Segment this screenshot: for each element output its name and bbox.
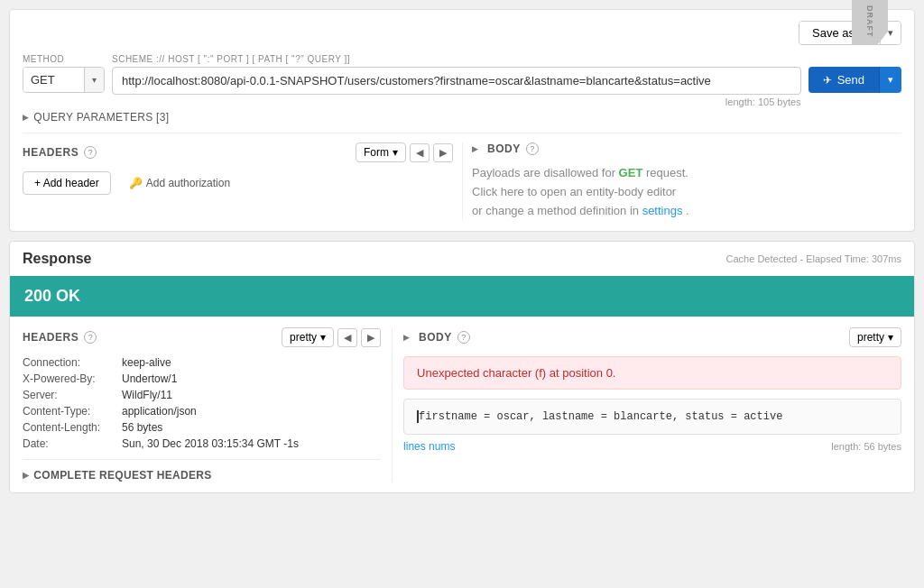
body-msg-3: or change a method definition in: [472, 204, 639, 217]
body-section-header: ▶ BODY ?: [472, 142, 901, 155]
body-info-icon[interactable]: ?: [526, 142, 539, 155]
response-header-item: Connection:keep-alive: [23, 356, 381, 369]
headers-section-header: HEADERS ? Form ▾ ◀ ▶: [23, 142, 453, 162]
send-icon: ✈: [823, 74, 832, 87]
resp-headers-prev-arrow[interactable]: ◀: [337, 328, 357, 347]
headers-info-icon[interactable]: ?: [84, 146, 97, 159]
settings-link[interactable]: settings: [642, 204, 683, 217]
url-input[interactable]: [112, 67, 801, 95]
resp-body-info-icon[interactable]: ?: [457, 331, 470, 344]
resp-header-key: Server:: [23, 389, 122, 401]
response-error-box: Unexpected character (f) at position 0.: [403, 356, 901, 390]
draft-watermark: DRAFT: [852, 0, 888, 45]
resp-headers-body-row: HEADERS ? pretty ▾ ◀ ▶ Conn: [23, 327, 901, 482]
response-content: HEADERS ? pretty ▾ ◀ ▶ Conn: [10, 317, 914, 492]
auth-icon: 🔑: [129, 177, 143, 189]
save-as-dropdown-arrow: ▾: [888, 27, 893, 38]
body-msg-1: Payloads are disallowed for: [472, 166, 615, 179]
resp-header-value: application/json: [122, 405, 197, 418]
query-params-label: QUERY PARAMETERS [3]: [33, 111, 169, 124]
resp-headers-info-icon[interactable]: ?: [84, 331, 97, 344]
send-dropdown-button[interactable]: ▾: [879, 67, 901, 93]
complete-headers-label: COMPLETE REQUEST HEADERS: [33, 469, 211, 482]
add-header-label: + Add header: [34, 177, 99, 189]
cursor-marker: f: [417, 410, 425, 423]
response-header-item: X-Powered-By:Undertow/1: [23, 372, 381, 385]
headers-title: HEADERS: [23, 146, 79, 159]
resp-body-format-arrow: ▾: [888, 331, 893, 344]
resp-headers-pretty-button[interactable]: pretty ▾: [282, 327, 334, 347]
resp-headers-title: HEADERS: [23, 331, 79, 344]
response-header-item: Date:Sun, 30 Dec 2018 03:15:34 GMT -1s: [23, 437, 381, 450]
save-as-area: Save as ▾: [23, 21, 901, 45]
query-params-triangle: ▶: [23, 113, 29, 122]
response-title: Response: [23, 251, 91, 267]
body-title: BODY: [487, 142, 521, 155]
body-msg-3-end: .: [686, 204, 689, 217]
add-header-button[interactable]: + Add header: [23, 171, 111, 195]
draft-label: DRAFT: [865, 5, 874, 38]
headers-body-row: HEADERS ? Form ▾ ◀ ▶ + Add header: [23, 133, 901, 220]
resp-body-controls: pretty ▾: [849, 327, 901, 347]
body-code-content: firstname = oscar, lastname = blancarte,…: [417, 410, 782, 423]
resp-header-key: Content-Length:: [23, 421, 122, 434]
body-length: length: 56 bytes: [831, 441, 901, 452]
form-button[interactable]: Form ▾: [356, 142, 406, 162]
method-group: METHOD GET POST PUT DELETE ▾: [23, 54, 105, 93]
request-headers-section: HEADERS ? Form ▾ ◀ ▶ + Add header: [23, 142, 462, 220]
status-bar: 200 OK: [10, 276, 914, 317]
complete-headers-triangle: ▶: [23, 471, 29, 480]
resp-header-key: Connection:: [23, 356, 122, 369]
response-header-item: Content-Type:application/json: [23, 405, 381, 418]
resp-header-key: Content-Type:: [23, 405, 122, 418]
send-label: Send: [837, 73, 864, 87]
resp-header-value: Undertow/1: [122, 372, 177, 385]
resp-body-format: pretty: [857, 331, 884, 344]
body-message: Payloads are disallowed for GET request.…: [472, 164, 901, 220]
body-msg-2[interactable]: Click here to open an entity-body editor: [472, 185, 676, 198]
add-auth-button[interactable]: 🔑 Add authorization: [118, 171, 241, 195]
resp-header-key: X-Powered-By:: [23, 372, 122, 385]
get-method-link[interactable]: GET: [619, 166, 643, 179]
send-btn-wrapper: ✈ Send ▾: [808, 67, 901, 93]
resp-body-section-header: ▶ BODY ? pretty ▾: [403, 327, 901, 347]
url-row: METHOD GET POST PUT DELETE ▾ SCHEME :// …: [23, 54, 901, 107]
resp-body-footer: lines nums length: 56 bytes: [403, 440, 901, 453]
resp-body-title: BODY: [419, 331, 452, 344]
lines-nums-link[interactable]: lines nums: [403, 440, 455, 453]
headers-controls: Form ▾ ◀ ▶: [356, 142, 453, 162]
send-button[interactable]: ✈ Send: [808, 67, 879, 93]
query-params-toggle[interactable]: ▶ QUERY PARAMETERS [3]: [23, 111, 901, 124]
url-group: SCHEME :// HOST [ ":" PORT ] [ PATH [ "?…: [112, 54, 801, 107]
headers-actions: + Add header 🔑 Add authorization: [23, 171, 453, 195]
form-arrow: ▾: [393, 146, 398, 159]
complete-request-headers-toggle[interactable]: ▶ COMPLETE REQUEST HEADERS: [23, 459, 381, 482]
request-body-section: ▶ BODY ? Payloads are disallowed for GET…: [462, 142, 901, 220]
status-code: 200 OK: [24, 287, 80, 305]
response-header-bar: Response Cache Detected - Elapsed Time: …: [10, 242, 914, 276]
prev-arrow-button[interactable]: ◀: [410, 143, 430, 162]
resp-body-pretty-button[interactable]: pretty ▾: [849, 327, 901, 347]
scheme-label: SCHEME :// HOST [ ":" PORT ] [ PATH [ "?…: [112, 54, 801, 64]
body-code-rest: irstname = oscar, lastname = blancarte, …: [425, 410, 782, 423]
method-select-wrapper: GET POST PUT DELETE ▾: [23, 67, 105, 93]
resp-header-value: keep-alive: [122, 356, 171, 369]
request-panel: Save as ▾ METHOD GET POST PUT DELETE: [9, 9, 915, 232]
response-panel: Response Cache Detected - Elapsed Time: …: [9, 241, 915, 493]
add-auth-label: Add authorization: [146, 177, 230, 189]
save-as-label: Save as: [812, 26, 855, 40]
method-select[interactable]: GET POST PUT DELETE: [23, 68, 84, 92]
body-msg-1-end: request.: [646, 166, 688, 179]
cache-info: Cache Detected - Elapsed Time: 307ms: [726, 253, 901, 264]
method-label: METHOD: [23, 54, 105, 64]
resp-header-value: WildFly/11: [122, 389, 172, 401]
body-toggle-triangle: ▶: [472, 144, 478, 153]
method-caret[interactable]: ▾: [84, 68, 104, 92]
query-params-row: ▶ QUERY PARAMETERS [3]: [23, 111, 901, 124]
resp-header-value: 56 bytes: [122, 421, 162, 434]
resp-headers-next-arrow[interactable]: ▶: [361, 328, 381, 347]
response-headers-section: HEADERS ? pretty ▾ ◀ ▶ Conn: [23, 327, 392, 482]
next-arrow-button[interactable]: ▶: [433, 143, 453, 162]
resp-header-key: Date:: [23, 437, 122, 450]
resp-header-value: Sun, 30 Dec 2018 03:15:34 GMT -1s: [122, 437, 299, 450]
